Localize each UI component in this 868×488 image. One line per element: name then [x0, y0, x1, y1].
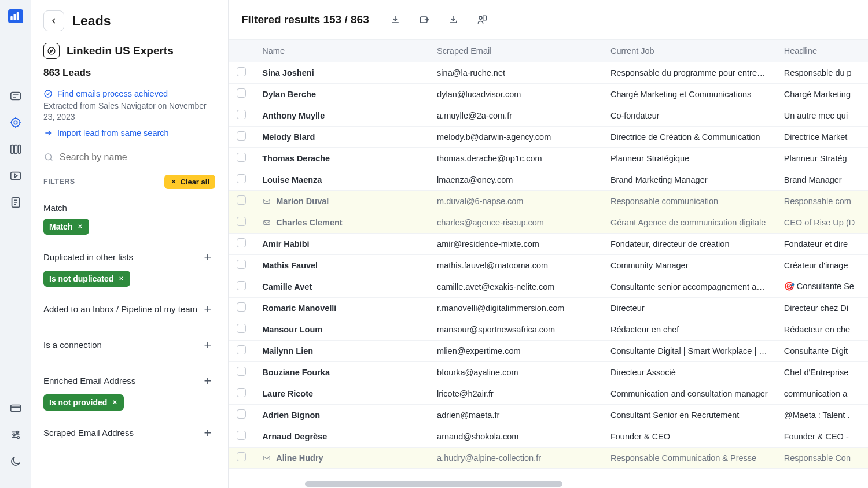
row-checkbox[interactable] — [237, 281, 246, 290]
row-checkbox[interactable] — [237, 153, 246, 162]
row-checkbox[interactable] — [237, 110, 246, 119]
row-checkbox[interactable] — [237, 174, 246, 183]
lead-name: Dylan Berche — [262, 90, 316, 99]
import-button[interactable] — [439, 8, 468, 31]
download-button[interactable] — [381, 8, 410, 31]
columns-icon[interactable] — [9, 142, 23, 156]
lead-name: Melody Blard — [262, 132, 315, 142]
table-row[interactable]: Charles Clementcharles@agence-riseup.com… — [229, 212, 868, 233]
row-checkbox[interactable] — [237, 195, 246, 205]
horizontal-scrollbar[interactable] — [229, 480, 868, 488]
filter-chip[interactable]: Match — [43, 219, 89, 235]
document-icon[interactable] — [9, 195, 23, 209]
svg-rect-23 — [264, 456, 270, 460]
table-row[interactable]: Camille Avetcamille.avet@exakis-nelite.c… — [229, 276, 868, 297]
messages-icon[interactable] — [9, 89, 23, 103]
table-row[interactable]: Marion Duvalm.duval@6-napse.comResponsab… — [229, 190, 868, 212]
row-checkbox[interactable] — [237, 67, 246, 76]
table-row[interactable]: Bouziane Fourkabfourka@ayaline.comDirect… — [229, 361, 868, 383]
row-checkbox[interactable] — [237, 88, 246, 98]
lead-headline: 🎯 Consultante Se — [776, 276, 868, 297]
filter-chip[interactable]: Is not provided — [43, 394, 124, 411]
billing-icon[interactable] — [9, 401, 23, 415]
lead-email: arnaud@shokola.com — [429, 426, 602, 447]
table-row[interactable]: Louise Maenzalmaenza@oney.comBrand Marke… — [229, 169, 868, 190]
chip-remove-icon[interactable] — [112, 398, 118, 407]
row-checkbox[interactable] — [237, 367, 246, 376]
enrich-button[interactable] — [468, 8, 496, 31]
lead-job: Directrice de Création & Communication — [602, 126, 776, 147]
filter-chip[interactable]: Is not duplicated — [43, 271, 130, 287]
app-logo[interactable] — [8, 9, 23, 23]
lead-email: m.duval@6-napse.com — [429, 190, 602, 212]
search-icon — [43, 151, 54, 163]
status-subtext: Extracted from Sales Navigator on Novemb… — [43, 101, 215, 123]
lead-name: Camille Avet — [262, 282, 312, 291]
table-row[interactable]: Romaric Manovellir.manovelli@digitalimme… — [229, 297, 868, 319]
chip-remove-icon[interactable] — [118, 274, 124, 283]
table-row[interactable]: Melody Blardmelody.b@darwin-agency.comDi… — [229, 126, 868, 147]
table-row[interactable]: Mansour Loummansour@sportnewsafrica.comR… — [229, 319, 868, 340]
row-checkbox[interactable] — [237, 260, 246, 269]
back-button[interactable] — [43, 10, 64, 31]
row-checkbox[interactable] — [237, 324, 246, 333]
lead-email: a.hudry@alpine-collection.fr — [429, 447, 602, 468]
row-checkbox[interactable] — [237, 452, 246, 461]
lead-headline: Planneur Stratég — [776, 147, 868, 169]
status-text: Find emails process achieved — [57, 89, 168, 98]
chip-remove-icon[interactable] — [77, 222, 83, 231]
table-row[interactable]: Arnaud Degrèsearnaud@shokola.comFounder … — [229, 426, 868, 447]
row-checkbox[interactable] — [237, 217, 246, 226]
table-row[interactable]: Thomas Derachethomas.derache@op1c.comPla… — [229, 147, 868, 169]
table-row[interactable]: Laure Ricotelricote@h2air.frCommunicatio… — [229, 383, 868, 404]
col-email[interactable]: Scraped Email — [429, 40, 602, 62]
table-row[interactable]: Aline Hudrya.hudry@alpine-collection.frR… — [229, 447, 868, 468]
svg-rect-1 — [13, 14, 16, 21]
row-checkbox[interactable] — [237, 131, 246, 141]
add-filter-button[interactable]: + — [200, 338, 215, 353]
lead-name: Thomas Derache — [262, 154, 330, 163]
row-checkbox[interactable] — [237, 431, 246, 440]
row-checkbox[interactable] — [237, 409, 246, 419]
add-filter-button[interactable]: + — [200, 302, 215, 317]
lead-headline: Chef d'Entreprise — [776, 361, 868, 383]
row-checkbox[interactable] — [237, 345, 246, 354]
svg-point-16 — [45, 90, 52, 97]
row-checkbox[interactable] — [237, 238, 246, 247]
search-input[interactable] — [60, 152, 215, 162]
col-name[interactable]: Name — [254, 40, 429, 62]
settings-icon[interactable] — [9, 428, 23, 442]
status-link[interactable]: Find emails process achieved — [43, 89, 215, 98]
add-filter-button[interactable]: + — [200, 374, 215, 389]
table-row[interactable]: Sina Joshenisina@la-ruche.netResponsable… — [229, 62, 868, 83]
nav-rail — [0, 0, 31, 488]
theme-icon[interactable] — [9, 454, 23, 468]
add-filter-button[interactable]: + — [200, 426, 215, 441]
video-icon[interactable] — [9, 169, 23, 183]
chip-label: Match — [49, 222, 72, 231]
col-job[interactable]: Current Job — [602, 40, 776, 62]
row-checkbox[interactable] — [237, 302, 246, 312]
col-headline[interactable]: Headline — [776, 40, 868, 62]
table-row[interactable]: Mathis Fauvelmathis.fauvel@matooma.comCo… — [229, 254, 868, 276]
search-box[interactable] — [43, 149, 215, 175]
add-filter-button[interactable]: + — [200, 250, 215, 265]
filter-title: Scraped Email Address — [43, 428, 134, 438]
table-row[interactable]: Dylan Berchedylan@lucadvisor.comChargé M… — [229, 83, 868, 105]
import-link[interactable]: Import lead from same search — [43, 128, 215, 138]
filter-block: Is a connection+ — [31, 330, 228, 365]
filter-title: Added to an Inbox / Pipeline of my team — [43, 304, 197, 314]
row-checkbox[interactable] — [237, 388, 246, 397]
table-row[interactable]: Mailynn Lienmlien@expertime.comConsultan… — [229, 340, 868, 361]
table-row[interactable]: Amir Habibiamir@residence-mixte.comFonda… — [229, 233, 868, 254]
export-button[interactable] — [410, 8, 439, 31]
envelope-icon — [262, 219, 271, 227]
lead-job: Community Manager — [602, 254, 776, 276]
clear-all-button[interactable]: Clear all — [164, 175, 215, 189]
list-name: Linkedin US Experts — [67, 45, 174, 57]
target-icon[interactable] — [9, 116, 23, 130]
lead-name: Laure Ricote — [262, 389, 313, 398]
table-row[interactable]: Adrien Bignonadrien@maeta.frConsultant S… — [229, 404, 868, 426]
table-row[interactable]: Anthony Muyllea.muylle@2a-com.frCo-fonda… — [229, 105, 868, 126]
table-container[interactable]: Name Scraped Email Current Job Headline … — [229, 40, 868, 488]
